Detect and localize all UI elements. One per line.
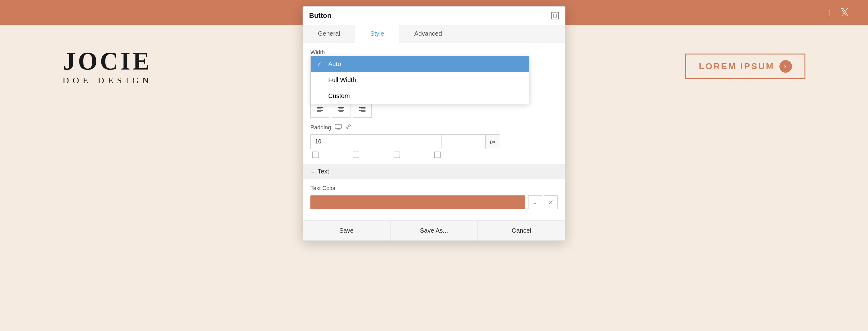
width-option-auto[interactable]: ✓ Auto xyxy=(311,56,529,72)
padding-unit: px xyxy=(486,134,500,149)
modal-title: Button xyxy=(309,11,331,20)
modal-tabs: General Style Advanced xyxy=(303,25,565,43)
text-chevron-icon: ⌄ xyxy=(310,169,314,174)
svg-rect-13 xyxy=(335,124,341,128)
padding-top-checkbox[interactable] xyxy=(312,152,318,158)
tab-general[interactable]: General xyxy=(303,25,355,42)
padding-link-icon[interactable] xyxy=(345,124,351,131)
svg-rect-3 xyxy=(317,110,323,111)
website-logo: JOCIE DOE DESIGN xyxy=(63,47,152,86)
social-icons:  𝕏 xyxy=(827,6,849,19)
svg-rect-0 xyxy=(554,14,557,17)
text-color-label: Text Color xyxy=(310,185,558,192)
tab-advanced[interactable]: Advanced xyxy=(399,25,457,42)
text-section-label: Text xyxy=(318,168,329,175)
modal-footer: Save Save As... Cancel xyxy=(303,220,565,241)
padding-left-input[interactable] xyxy=(442,134,486,149)
svg-rect-8 xyxy=(339,112,343,113)
padding-left-checkbox[interactable] xyxy=(434,152,441,158)
padding-top-input[interactable] xyxy=(310,134,354,149)
twitter-icon[interactable]: 𝕏 xyxy=(840,6,849,19)
padding-right-checkbox[interactable] xyxy=(353,152,359,158)
color-reset-button[interactable] xyxy=(544,195,558,209)
modal-content: Width ✓ Auto Full Width Custom xyxy=(303,43,565,220)
color-bar-controls: ⌄ xyxy=(528,195,558,209)
save-button[interactable]: Save xyxy=(303,221,391,241)
check-icon: ✓ xyxy=(317,61,324,68)
width-section: Width ✓ Auto Full Width Custom xyxy=(310,49,558,56)
color-bar[interactable] xyxy=(310,195,525,209)
padding-bottom-input[interactable] xyxy=(398,134,442,149)
logo-name: JOCIE xyxy=(63,47,152,76)
padding-inputs: px xyxy=(310,134,558,149)
cta-button-arrow: › xyxy=(779,60,792,73)
width-option-custom[interactable]: Custom xyxy=(311,88,529,104)
modal-titlebar: Button xyxy=(303,7,565,25)
button-modal: Button General Style Advanced Width ✓ Au… xyxy=(303,6,565,241)
width-dropdown[interactable]: ✓ Auto Full Width Custom xyxy=(310,56,529,104)
padding-bottom-checkbox[interactable] xyxy=(394,152,400,158)
width-option-full[interactable]: Full Width xyxy=(311,72,529,88)
svg-rect-1 xyxy=(317,107,323,108)
svg-rect-2 xyxy=(317,109,321,110)
svg-rect-10 xyxy=(361,109,366,110)
padding-label: Padding xyxy=(310,124,331,131)
padding-monitor-icon xyxy=(335,124,342,131)
padding-checkboxes xyxy=(310,152,558,158)
width-label: Width xyxy=(310,49,558,56)
svg-rect-7 xyxy=(338,110,344,111)
logo-subtitle: DOE DESIGN xyxy=(63,76,152,86)
svg-rect-11 xyxy=(359,110,366,111)
maximize-button[interactable] xyxy=(551,12,559,20)
color-chevron-down-button[interactable]: ⌄ xyxy=(528,195,542,209)
svg-rect-15 xyxy=(337,129,340,130)
cancel-button[interactable]: Cancel xyxy=(478,221,565,241)
padding-header: Padding xyxy=(310,124,558,131)
svg-rect-4 xyxy=(317,112,321,113)
cta-button-label: LOREM IPSUM xyxy=(699,61,774,71)
padding-section: Padding xyxy=(310,124,558,158)
cta-button[interactable]: LOREM IPSUM › xyxy=(685,54,805,79)
text-section-header[interactable]: ⌄ Text xyxy=(303,164,565,179)
padding-right-input[interactable] xyxy=(354,134,398,149)
svg-rect-9 xyxy=(359,107,366,108)
color-bar-wrapper: ⌄ xyxy=(310,195,558,209)
svg-rect-14 xyxy=(337,128,339,129)
tab-style[interactable]: Style xyxy=(355,25,399,43)
svg-rect-5 xyxy=(338,107,344,108)
facebook-icon[interactable]:  xyxy=(827,6,831,19)
svg-rect-12 xyxy=(361,112,366,113)
save-as-button[interactable]: Save As... xyxy=(391,221,478,241)
svg-rect-6 xyxy=(339,109,343,110)
text-color-section: Text Color ⌄ xyxy=(310,180,558,214)
